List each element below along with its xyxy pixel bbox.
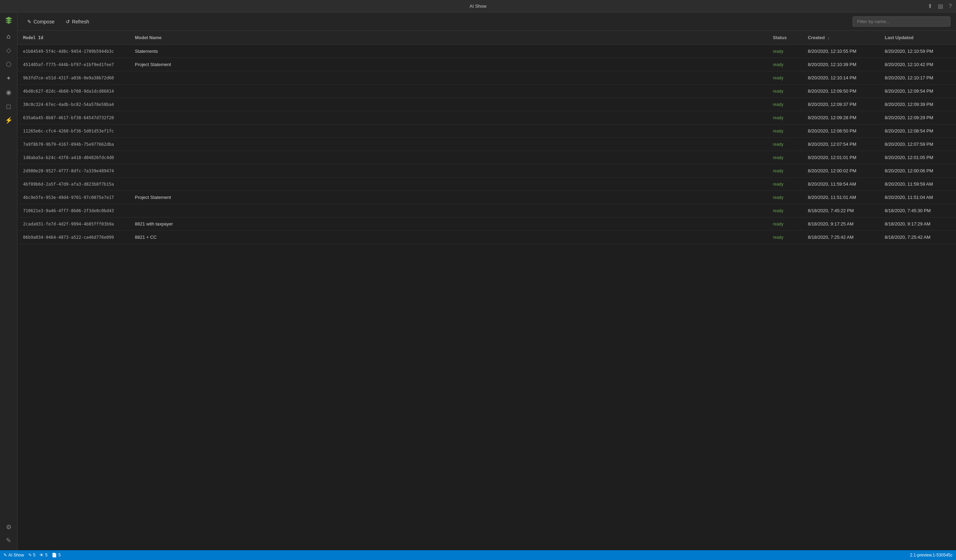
- cell-last-updated: 8/20/2020, 12:10:42 PM: [879, 58, 956, 71]
- cell-model-id: 06b9a034-9464-4873-a522-ca46d776e099: [17, 231, 129, 244]
- cell-model-name: [129, 111, 767, 124]
- status-count3-icon: 📄: [52, 553, 57, 558]
- cell-created: 8/20/2020, 12:09:37 PM: [802, 98, 879, 111]
- col-header-model-id: Model Id: [17, 31, 129, 45]
- cell-last-updated: 8/20/2020, 11:51:04 AM: [879, 191, 956, 204]
- cell-status: ready: [767, 191, 802, 204]
- table-row[interactable]: 1d8aba5a-b24c-43f8-a418-d04826fdc4d0read…: [17, 151, 956, 164]
- table-row[interactable]: 9b3fd7ce-e51d-431f-a036-0e9a38b72d60read…: [17, 71, 956, 85]
- cell-status: ready: [767, 45, 802, 58]
- status-bar-left: ✎ AI Show ✎ 5 👁 5 📄 5: [3, 553, 61, 558]
- cell-model-name: [129, 164, 767, 178]
- table-row[interactable]: 06b9a034-9464-4873-a522-ca46d776e0998821…: [17, 231, 956, 244]
- table-row[interactable]: 11265e6c-cfc4-4260-bf36-5d01d53ef1fcread…: [17, 124, 956, 138]
- status-badge: ready: [773, 115, 783, 120]
- table-row[interactable]: 30c0c324-67ec-4adb-bc82-54a578e58ba4read…: [17, 98, 956, 111]
- cell-status: ready: [767, 124, 802, 138]
- table-row[interactable]: 7a9f8b70-9b79-4167-894b-75e977662dbaread…: [17, 138, 956, 151]
- run-icon: ✦: [6, 74, 11, 82]
- cell-status: ready: [767, 164, 802, 178]
- sidebar-item-document[interactable]: ◻: [2, 100, 15, 113]
- cell-model-name: [129, 178, 767, 191]
- status-count3[interactable]: 📄 5: [52, 553, 61, 558]
- sidebar-item-home[interactable]: ⌂: [2, 30, 15, 42]
- table-row[interactable]: 2cada931-fe7d-4d2f-9994-4b85fff03b9a8821…: [17, 217, 956, 231]
- cell-model-name: [129, 71, 767, 85]
- cell-last-updated: 8/20/2020, 11:59:59 AM: [879, 178, 956, 191]
- sidebar-item-settings[interactable]: ⚙: [2, 521, 15, 533]
- status-badge: ready: [773, 49, 783, 54]
- cell-created: 8/20/2020, 11:59:54 AM: [802, 178, 879, 191]
- table-container: Model Id Model Name Status Created ↓: [17, 31, 956, 550]
- status-count1-icon: ✎: [28, 553, 32, 558]
- settings-icon: ⚙: [6, 523, 11, 531]
- sidebar-item-run[interactable]: ✦: [2, 72, 15, 85]
- status-count2-icon: 👁: [39, 553, 44, 558]
- bookmarks-icon: ◇: [6, 47, 11, 54]
- cell-model-name: [129, 98, 767, 111]
- cell-status: ready: [767, 178, 802, 191]
- status-badge: ready: [773, 89, 783, 94]
- cell-model-id: 7a9f8b70-9b79-4167-894b-75e977662dba: [17, 138, 129, 151]
- status-badge: ready: [773, 142, 783, 147]
- compose-bottom-icon: ✎: [6, 536, 11, 544]
- status-badge: ready: [773, 62, 783, 67]
- cell-model-name: [129, 204, 767, 217]
- status-badge: ready: [773, 129, 783, 134]
- models-icon: ⬡: [6, 60, 11, 68]
- cell-model-id: 30c0c324-67ec-4adb-bc82-54a578e58ba4: [17, 98, 129, 111]
- table-row[interactable]: e1b84549-5f4c-4d8c-9454-1709b5944b3cStat…: [17, 45, 956, 58]
- refresh-button[interactable]: ↺ Refresh: [61, 17, 93, 27]
- cell-last-updated: 8/20/2020, 12:09:29 PM: [879, 111, 956, 124]
- app-title: AI Show: [470, 3, 486, 9]
- cell-created: 8/20/2020, 12:09:28 PM: [802, 111, 879, 124]
- cell-model-id: 1d8aba5a-b24c-43f8-a418-d04826fdc4d0: [17, 151, 129, 164]
- cell-last-updated: 8/18/2020, 7:25:42 AM: [879, 231, 956, 244]
- table-row[interactable]: 4bc9e5fe-953e-49d4-9701-97c0075e7e17Proj…: [17, 191, 956, 204]
- cell-created: 8/20/2020, 12:08:50 PM: [802, 124, 879, 138]
- compose-button[interactable]: ✎ Compose: [23, 17, 59, 27]
- table-row[interactable]: 4bd0c627-02dc-4b60-b708-9da1dcd86814read…: [17, 85, 956, 98]
- share-icon[interactable]: ⬆: [928, 3, 932, 9]
- status-count1[interactable]: ✎ 5: [28, 553, 36, 558]
- cell-created: 8/20/2020, 12:10:55 PM: [802, 45, 879, 58]
- title-bar-actions: ⬆ ▤ ?: [928, 3, 952, 9]
- sidebar-item-plugin[interactable]: ⚡: [2, 114, 15, 127]
- cell-status: ready: [767, 204, 802, 217]
- cell-model-name: Statements: [129, 45, 767, 58]
- cell-last-updated: 8/20/2020, 12:10:59 PM: [879, 45, 956, 58]
- sort-desc-icon: ↓: [827, 36, 830, 40]
- status-bar: ✎ AI Show ✎ 5 👁 5 📄 5 2.1-preview.1-5305…: [0, 550, 956, 560]
- sidebar-bottom: ⚙ ✎: [2, 520, 15, 547]
- table-row[interactable]: 635a6a45-8b87-4617-bf38-64547d732f20read…: [17, 111, 956, 124]
- layout-icon[interactable]: ▤: [938, 3, 943, 9]
- status-badge: ready: [773, 102, 783, 107]
- sidebar-item-lightbulb[interactable]: ◉: [2, 86, 15, 99]
- table-row[interactable]: 4bf89b6d-2a5f-47d9-afa3-d823b8f7b15aread…: [17, 178, 956, 191]
- sidebar-logo: [4, 16, 14, 25]
- cell-created: 8/20/2020, 11:51:01 AM: [802, 191, 879, 204]
- status-count2[interactable]: 👁 5: [39, 553, 47, 558]
- cell-model-id: 710621e3-9a46-4ff7-8b06-2f3de0c0bd43: [17, 204, 129, 217]
- cell-last-updated: 8/18/2020, 7:45:30 PM: [879, 204, 956, 217]
- cell-model-id: 4bc9e5fe-953e-49d4-9701-97c0075e7e17: [17, 191, 129, 204]
- cell-model-id: 2d980e20-9527-4f77-8dfc-7a339e489474: [17, 164, 129, 178]
- col-header-created[interactable]: Created ↓: [802, 31, 879, 45]
- sidebar-item-models[interactable]: ⬡: [2, 58, 15, 71]
- status-version: 2.1-preview.1-530545c: [910, 553, 953, 558]
- status-app-name[interactable]: ✎ AI Show: [3, 553, 24, 558]
- sidebar-item-bookmarks[interactable]: ◇: [2, 44, 15, 57]
- table-row[interactable]: 451405af-f775-444b-bf97-e1bf9ed1fee7Proj…: [17, 58, 956, 71]
- help-icon[interactable]: ?: [949, 3, 952, 9]
- content-area: ✎ Compose ↺ Refresh Model Id Mo: [17, 13, 956, 550]
- filter-input[interactable]: [852, 16, 950, 27]
- table-row[interactable]: 710621e3-9a46-4ff7-8b06-2f3de0c0bd43read…: [17, 204, 956, 217]
- cell-model-id: e1b84549-5f4c-4d8c-9454-1709b5944b3c: [17, 45, 129, 58]
- status-badge: ready: [773, 235, 783, 240]
- cell-model-id: 2cada931-fe7d-4d2f-9994-4b85fff03b9a: [17, 217, 129, 231]
- col-header-model-name: Model Name: [129, 31, 767, 45]
- table-row[interactable]: 2d980e20-9527-4f77-8dfc-7a339e489474read…: [17, 164, 956, 178]
- status-badge: ready: [773, 155, 783, 160]
- toolbar: ✎ Compose ↺ Refresh: [17, 13, 956, 31]
- sidebar-item-compose-bottom[interactable]: ✎: [2, 534, 15, 547]
